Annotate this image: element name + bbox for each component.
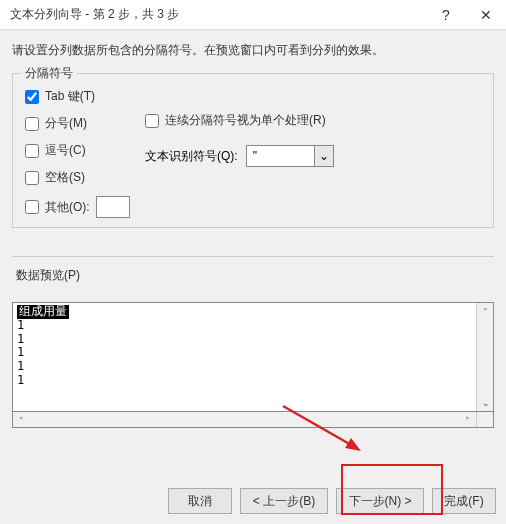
comma-checkbox[interactable] bbox=[25, 144, 39, 158]
space-checkbox[interactable] bbox=[25, 171, 39, 185]
scroll-track[interactable] bbox=[477, 320, 493, 394]
tab-checkbox[interactable] bbox=[25, 90, 39, 104]
window-title: 文本分列向导 - 第 2 步，共 3 步 bbox=[10, 6, 426, 23]
horizontal-scrollbar[interactable]: ˂ ˃ bbox=[12, 411, 494, 428]
button-row: 取消 < 上一步(B) 下一步(N) > 完成(F) bbox=[168, 488, 496, 514]
preview-row: 1 bbox=[17, 333, 472, 347]
text-qualifier-combo[interactable]: " ⌄ bbox=[246, 145, 334, 167]
scroll-right-icon[interactable]: ˃ bbox=[459, 412, 476, 429]
instruction-text: 请设置分列数据所包含的分隔符号。在预览窗口内可看到分列的效果。 bbox=[12, 42, 494, 59]
preview-box: 组成用量 1 1 1 1 1 ˄ ⌄ bbox=[12, 302, 494, 412]
preview-row: 1 bbox=[17, 346, 472, 360]
text-qualifier-dropdown-button[interactable]: ⌄ bbox=[314, 145, 334, 167]
preview-row: 1 bbox=[17, 374, 472, 388]
consecutive-checkbox[interactable] bbox=[145, 114, 159, 128]
preview-row: 1 bbox=[17, 360, 472, 374]
consecutive-checkbox-item[interactable]: 连续分隔符号视为单个处理(R) bbox=[145, 112, 481, 129]
delimiters-legend: 分隔符号 bbox=[21, 65, 77, 82]
consecutive-label: 连续分隔符号视为单个处理(R) bbox=[165, 112, 326, 129]
semicolon-checkbox-item[interactable]: 分号(M) bbox=[25, 115, 145, 132]
scroll-left-icon[interactable]: ˂ bbox=[13, 412, 30, 429]
scroll-corner bbox=[476, 412, 493, 427]
other-label: 其他(O): bbox=[45, 199, 90, 216]
preview-content: 组成用量 1 1 1 1 1 bbox=[13, 303, 476, 411]
scroll-up-icon[interactable]: ˄ bbox=[477, 303, 494, 320]
other-checkbox[interactable] bbox=[25, 200, 39, 214]
space-checkbox-item[interactable]: 空格(S) bbox=[25, 169, 145, 186]
preview-header: 组成用量 bbox=[17, 305, 69, 319]
semicolon-label: 分号(M) bbox=[45, 115, 87, 132]
cancel-button[interactable]: 取消 bbox=[168, 488, 232, 514]
delimiters-group: 分隔符号 Tab 键(T) 分号(M) 逗号(C) 空格(S) bbox=[12, 73, 494, 228]
svg-marker-1 bbox=[345, 438, 361, 451]
space-label: 空格(S) bbox=[45, 169, 85, 186]
semicolon-checkbox[interactable] bbox=[25, 117, 39, 131]
finish-button[interactable]: 完成(F) bbox=[432, 488, 496, 514]
comma-checkbox-item[interactable]: 逗号(C) bbox=[25, 142, 145, 159]
title-bar: 文本分列向导 - 第 2 步，共 3 步 ? ✕ bbox=[0, 0, 506, 30]
close-button[interactable]: ✕ bbox=[466, 0, 506, 30]
scroll-track[interactable] bbox=[30, 412, 459, 427]
preview-row: 1 bbox=[17, 319, 472, 333]
next-button[interactable]: 下一步(N) > bbox=[336, 488, 424, 514]
vertical-scrollbar[interactable]: ˄ ⌄ bbox=[476, 303, 493, 411]
delimiter-options: Tab 键(T) 分号(M) 逗号(C) 空格(S) 其他(O): bbox=[25, 88, 145, 228]
scroll-down-icon[interactable]: ⌄ bbox=[477, 394, 494, 411]
text-qualifier-row: 文本识别符号(Q): " ⌄ bbox=[145, 145, 481, 167]
preview-label: 数据预览(P) bbox=[12, 267, 84, 284]
other-input[interactable] bbox=[96, 196, 130, 218]
other-checkbox-item[interactable]: 其他(O): bbox=[25, 196, 145, 218]
text-qualifier-value[interactable]: " bbox=[246, 145, 314, 167]
comma-label: 逗号(C) bbox=[45, 142, 86, 159]
tab-checkbox-item[interactable]: Tab 键(T) bbox=[25, 88, 145, 105]
help-button[interactable]: ? bbox=[426, 0, 466, 30]
text-qualifier-label: 文本识别符号(Q): bbox=[145, 148, 238, 165]
preview-area: 数据预览(P) 组成用量 1 1 1 1 1 ˄ ⌄ ˂ bbox=[12, 256, 494, 428]
delimiter-right-options: 连续分隔符号视为单个处理(R) 文本识别符号(Q): " ⌄ bbox=[145, 88, 481, 228]
chevron-down-icon: ⌄ bbox=[319, 149, 329, 163]
tab-label: Tab 键(T) bbox=[45, 88, 95, 105]
dialog-content: 请设置分列数据所包含的分隔符号。在预览窗口内可看到分列的效果。 分隔符号 Tab… bbox=[0, 30, 506, 428]
back-button[interactable]: < 上一步(B) bbox=[240, 488, 328, 514]
